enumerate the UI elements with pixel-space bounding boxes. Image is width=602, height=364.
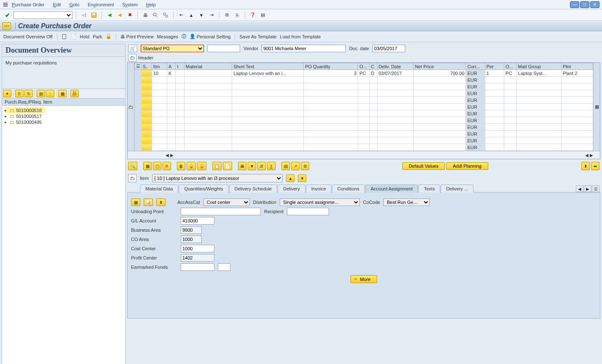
menu-system[interactable]: System — [122, 2, 138, 7]
po-number-input[interactable] — [207, 45, 240, 52]
title-icon-button-1[interactable]: 👓 — [3, 22, 11, 30]
menu-edit[interactable]: Edit — [53, 2, 61, 7]
table-row[interactable]: EUR — [135, 90, 593, 97]
col-plnt[interactable]: Plnt — [562, 63, 593, 70]
paste-icon[interactable]: 📄 — [223, 162, 232, 170]
save-icon[interactable] — [90, 11, 98, 19]
grid-expand-icon[interactable]: 🗀 — [128, 63, 134, 151]
detail-icon[interactable]: 🔍 — [128, 162, 137, 170]
cancel-icon[interactable]: ✖ — [126, 11, 134, 19]
header-expand-icon[interactable]: 🗀 — [128, 54, 136, 62]
item-next-icon[interactable]: ▼ — [298, 174, 306, 182]
gl-account-input[interactable] — [181, 217, 214, 225]
expand-all-icon[interactable]: ⬍ — [581, 162, 590, 170]
exit-icon[interactable]: ◀ — [115, 11, 124, 19]
col-net-price[interactable]: Net Price — [413, 63, 466, 70]
last-page-icon[interactable]: ⇥ — [207, 11, 216, 19]
more-button[interactable]: ➔More — [350, 275, 377, 283]
col-a[interactable]: A — [167, 63, 176, 70]
hold-button[interactable]: Hold — [80, 34, 90, 39]
co-area-input[interactable] — [181, 236, 202, 243]
personal-setting-button[interactable]: 👤Personal Setting — [190, 34, 231, 39]
window-minimize-icon[interactable]: — — [570, 1, 579, 8]
addl-planning-button[interactable]: Addl Planning — [446, 162, 488, 170]
prev-page-icon[interactable]: ▲ — [187, 11, 195, 19]
table-row[interactable]: EUR — [135, 83, 593, 90]
tab-delivery[interactable]: Delivery — [278, 185, 305, 193]
layout-icon[interactable]: ▤ — [259, 11, 267, 19]
variant-icon[interactable]: ✦ — [3, 90, 11, 97]
col-deliv-date[interactable]: Deliv. Date — [377, 63, 413, 70]
po-type-select[interactable]: Standard PO — [141, 45, 204, 52]
collapse-all-icon[interactable]: ⬌ — [591, 162, 599, 170]
doc-overview-off-button[interactable]: Document Overview Off — [3, 34, 53, 39]
accasscat-select[interactable]: Cost center — [203, 198, 250, 206]
ok-icon[interactable]: ✔ — [3, 11, 12, 19]
settings-icon[interactable]: ⚙ — [301, 162, 309, 170]
item-prev-icon[interactable]: ▲ — [286, 174, 294, 182]
tab-texts[interactable]: Texts — [418, 185, 440, 193]
vendor-input[interactable] — [262, 45, 346, 52]
command-field[interactable] — [13, 11, 72, 19]
check-icon[interactable]: 🔓 — [106, 34, 112, 39]
col-i[interactable]: I — [176, 63, 184, 70]
tab-material-data[interactable]: Material Data — [140, 185, 178, 193]
menu-purchase-order[interactable]: Purchase Order — [12, 2, 45, 7]
table-row[interactable]: EUR — [135, 97, 593, 104]
tab-quantities-weights[interactable]: Quantities/Weights — [179, 185, 228, 193]
expand-icon[interactable]: ▦ — [58, 90, 67, 97]
col-rowsel[interactable]: ☰ — [135, 63, 142, 70]
col-short-text[interactable]: Short Text — [232, 63, 304, 70]
lock-icon[interactable]: 🔒 — [187, 162, 196, 170]
find-next-icon[interactable] — [161, 11, 170, 19]
col-po-quantity[interactable]: PO Quantity — [304, 63, 358, 70]
menu-icon[interactable] — [3, 2, 8, 8]
print-item-icon[interactable]: 🖶 — [238, 162, 246, 170]
copy-item-icon[interactable]: 📋 — [212, 162, 222, 170]
load-from-template-button[interactable]: Load from Template — [280, 34, 321, 39]
item-select[interactable]: [ 10 ] Laptop Lenovo with an i3 processo… — [152, 174, 283, 182]
first-page-icon[interactable]: ⇤ — [177, 11, 185, 19]
enter-icon[interactable]: ◁ — [80, 11, 88, 19]
export-icon[interactable]: ↗ — [291, 162, 300, 170]
save-as-template-button[interactable]: Save As Template — [239, 34, 276, 39]
unlock-icon[interactable]: 🔓 — [197, 162, 206, 170]
window-close-icon[interactable]: ✕ — [590, 1, 599, 8]
create-icon[interactable] — [62, 34, 67, 40]
cart-icon[interactable]: 🛒 — [128, 45, 137, 52]
table-row[interactable]: EUR — [135, 131, 593, 137]
docdate-input[interactable] — [372, 45, 405, 52]
profit-center-input[interactable] — [181, 254, 214, 262]
distribution-select[interactable]: Single account assignme… — [280, 198, 360, 206]
print-icon[interactable]: 🖶 — [141, 11, 150, 19]
unloading-point-input[interactable] — [181, 208, 261, 215]
print-preview-button[interactable]: 🖶Print Preview — [120, 34, 154, 39]
aa-expand-icon[interactable]: ⬍ — [156, 198, 166, 206]
hierarchy-icon[interactable]: 品 — [70, 90, 79, 97]
aa-table-icon[interactable]: ▦ — [131, 198, 140, 206]
recipient-input[interactable] — [287, 208, 329, 215]
table-row[interactable]: EUR — [135, 77, 593, 83]
table-row[interactable]: EUR — [135, 137, 593, 144]
next-page-icon[interactable]: ▼ — [197, 11, 206, 19]
sum-icon[interactable]: ∑ — [267, 162, 276, 170]
tabs-scroll-left-icon[interactable]: ◀ — [576, 185, 583, 192]
window-maximize-icon[interactable]: □ — [580, 1, 589, 8]
refresh-icon[interactable]: ↻ — [24, 90, 33, 97]
select-layout-icon[interactable]: ▤ — [37, 90, 45, 97]
earmarked-funds-item-input[interactable] — [218, 263, 230, 271]
aa-detail-icon[interactable]: 📊 — [144, 198, 153, 206]
table-row[interactable]: EUR — [135, 110, 593, 117]
earmarked-funds-input[interactable] — [181, 263, 214, 271]
table-row[interactable]: EUR — [135, 124, 593, 131]
horizontal-scroll-right[interactable]: ◀ ▶ — [585, 153, 593, 158]
other-doc-icon[interactable]: 📄 — [71, 34, 77, 39]
col-status[interactable]: S.. — [141, 63, 152, 70]
tabs-scroll-right-icon[interactable]: ▶ — [584, 185, 591, 192]
col-oun[interactable]: O... — [358, 63, 369, 70]
tree-node[interactable]: ▸🗀5010000495 — [5, 119, 123, 125]
tree-node[interactable]: ▸🗀5010000517 — [5, 113, 123, 119]
help-icon[interactable]: ❓ — [249, 11, 257, 19]
table-row[interactable]: 10KLaptop Lenovo with an i…3PCD03/07/201… — [135, 70, 593, 77]
delete-icon[interactable]: 🗑 — [177, 162, 185, 170]
